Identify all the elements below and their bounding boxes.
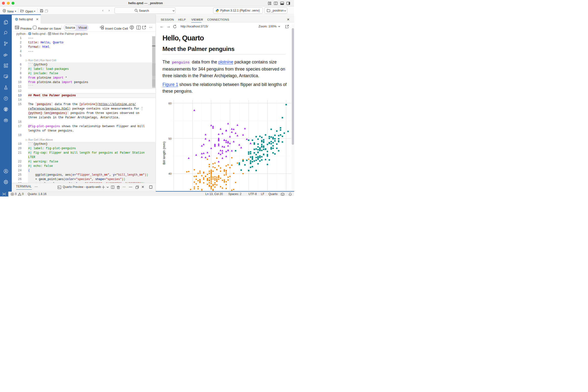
svg-text:50: 50 xyxy=(168,137,172,140)
svg-text:60: 60 xyxy=(168,102,172,105)
svg-text:40: 40 xyxy=(168,172,172,175)
svg-text:Bill length (mm): Bill length (mm) xyxy=(162,142,166,165)
